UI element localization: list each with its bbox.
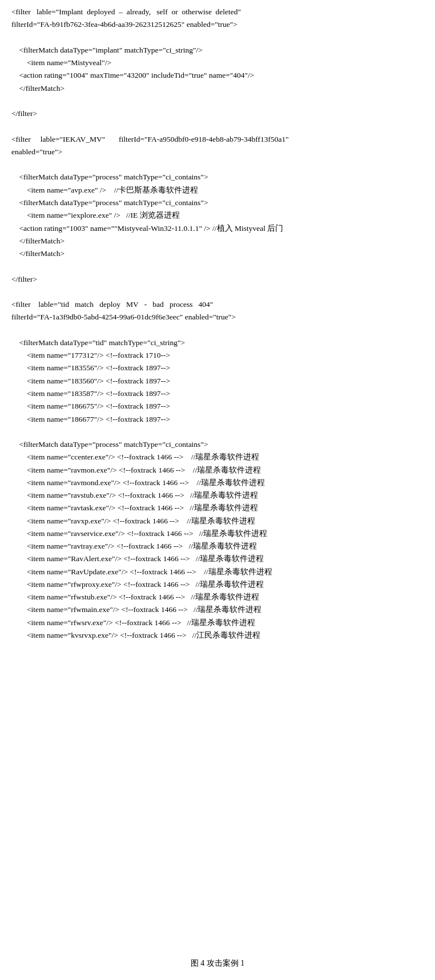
figure-caption: 图 4 攻击案例 1 xyxy=(11,954,424,969)
code-content: <filter lable="Implant deployed – alread… xyxy=(11,6,424,945)
page-container: <filter lable="Implant deployed – alread… xyxy=(0,0,435,980)
